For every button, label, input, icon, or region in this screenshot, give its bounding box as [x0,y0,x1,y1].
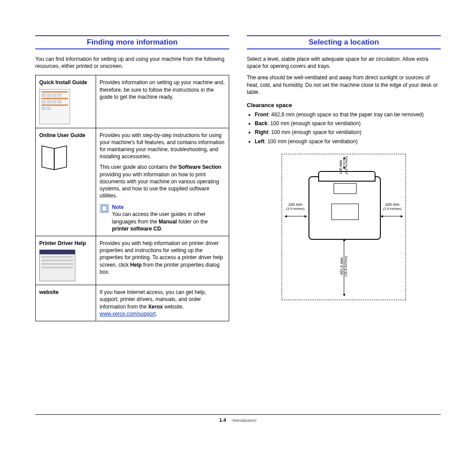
note-text-e: . [161,226,162,232]
arrow-right-icon [381,216,403,216]
booklet-icon [39,141,70,172]
clearance-front-val: : 482,6 mm (enough space so that the pap… [268,112,424,118]
list-item: Left: 100 mm (enough space for ventilati… [255,138,441,145]
clearance-list: Front: 482,6 mm (enough space so that th… [247,111,441,145]
note-text-c: folder on the [177,219,208,225]
quick-install-thumb-icon [39,89,70,124]
chapter-name: <Introduction> [231,418,257,423]
right-p1: Select a level, stable place with adequa… [247,56,441,70]
quick-install-label: Quick Install Guide [39,79,87,86]
online-desc2b: Software Section [178,164,221,170]
right-p2: The area should be well-ventilated and a… [247,74,441,96]
website-desc-d: . [156,311,157,317]
note-text-d: printer software CD [112,226,161,232]
list-item: Back: 100 mm (enough space for ventilati… [255,120,441,127]
page-footer: 1.4 <Introduction> [35,414,441,423]
driver-help-label: Printer Driver Help [39,240,86,246]
clearance-right-key: Right [255,129,268,135]
dim-top-in: (3.9 inches) [345,156,349,175]
dim-top: 100 mm (3.9 inches) [282,156,405,176]
left-intro: You can find information for setting up … [35,56,229,70]
right-column: Selecting a location Select a level, sta… [247,35,441,397]
right-heading: Selecting a location [247,35,441,49]
website-desc-b: Xerox [148,304,163,310]
note-text-b: Manual [159,219,177,225]
website-label: website [39,289,59,295]
table-row: Online User Guide Provides you with step… [36,128,229,236]
left-column: Finding more information You can find in… [35,35,229,397]
dim-front: 482,6 mm (18,8 inches) [282,256,405,278]
list-item: Front: 482,6 mm (enough space so that th… [255,111,441,118]
info-table: Quick Install Guide Provides information… [35,75,229,321]
list-item: Right: 100 mm (enough space for ventilat… [255,129,441,136]
clearance-right-val: : 100 mm (enough space for ventilation) [268,129,361,135]
dim-top-mm: 100 mm [339,160,343,175]
note-icon [100,204,109,213]
clearance-heading: Clearance space [247,102,441,108]
table-row: website If you have Internet access, you… [36,285,229,321]
dim-front-in: (18,8 inches) [344,256,348,276]
clearance-diagram: 100 mm (3.9 inches) 100 mm (3.9 inches) … [247,154,441,300]
table-row: Printer Driver Help Provides you with he… [36,236,229,285]
note-block: Note You can access the user guides in o… [100,204,225,232]
page-number: 1.4 [219,417,226,423]
page-content: Finding more information You can find in… [0,0,476,414]
dim-right: 100 mm (3.9 inches) [380,203,405,211]
dim-right-in: (3.9 inches) [380,207,405,211]
clearance-front-key: Front [255,112,268,118]
support-link[interactable]: www.xerox.com/support [100,311,156,317]
clearance-back-key: Back [255,120,268,126]
clearance-left-val: : 100 mm (enough space for ventilation) [264,138,357,145]
driver-desc-b: Help [130,262,141,268]
table-row: Quick Install Guide Provides information… [36,75,229,128]
clearance-back-val: : 100 mm (enough space for ventilation) [268,120,361,126]
driver-window-icon [39,249,75,281]
online-desc2c: providing you with information on how to… [100,171,219,199]
dim-left-in: (3.9 inches) [283,207,308,211]
left-heading: Finding more information [35,35,229,49]
quick-install-desc: Provides information on setting up your … [96,75,229,128]
online-guide-label: Online User Guide [39,132,86,138]
online-desc2a: This user guide also contains the [100,164,178,170]
note-heading: Note [112,204,124,210]
arrow-left-icon [285,216,307,216]
dim-left: 100 mm (3.9 inches) [283,203,308,211]
online-desc1: Provides you with step-by-step instructi… [100,132,224,160]
clearance-left-key: Left [255,138,264,145]
printer-icon [309,176,381,240]
website-desc-c: website, [163,304,183,310]
